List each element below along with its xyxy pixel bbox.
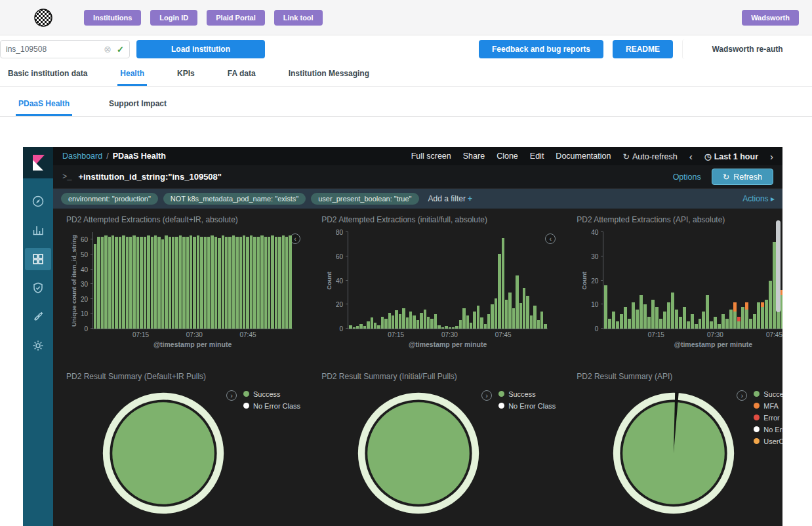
breadcrumb-dashboard-link[interactable]: Dashboard — [62, 152, 102, 161]
bar — [484, 232, 487, 329]
query-bar: >_ +institution_id_string:"ins_109508" O… — [53, 165, 782, 189]
dev-tools-icon[interactable] — [25, 306, 51, 328]
tab-institution-messaging[interactable]: Institution Messaging — [286, 63, 372, 86]
refresh-button[interactable]: ↻Refresh — [712, 169, 773, 185]
auto-refresh-button[interactable]: ↻Auto-refresh — [622, 152, 677, 161]
filter-pill-pod-name[interactable]: NOT k8s_metadata_pod_name: "exists" — [163, 193, 306, 205]
bar — [430, 232, 433, 329]
subtab-support-impact[interactable]: Support Impact — [106, 93, 169, 116]
bar — [733, 232, 737, 329]
management-gear-icon[interactable] — [25, 334, 51, 357]
bar — [695, 232, 698, 329]
readme-button[interactable]: README — [613, 40, 673, 58]
bar — [129, 232, 132, 329]
legend-item[interactable]: No Error Class — [498, 402, 556, 410]
share-menu-item[interactable]: Share — [463, 152, 485, 161]
bar — [749, 232, 752, 329]
monitoring-shield-icon[interactable] — [25, 277, 51, 299]
bar — [434, 232, 437, 329]
visualize-icon[interactable] — [25, 219, 51, 241]
tab-fa-data[interactable]: FA data — [225, 63, 258, 86]
bar — [115, 232, 117, 329]
bar — [706, 232, 709, 329]
legend-toggle-icon[interactable]: › — [737, 390, 747, 401]
institution-id-input[interactable] — [6, 45, 104, 54]
login-id-button[interactable]: Login ID — [150, 10, 197, 26]
fullscreen-menu-item[interactable]: Full screen — [411, 152, 451, 161]
bar — [651, 232, 655, 329]
bar — [200, 232, 203, 329]
legend-toggle-icon[interactable]: › — [481, 390, 492, 401]
bar — [632, 232, 635, 329]
bar — [356, 232, 359, 329]
bar — [675, 232, 678, 329]
y-axis-ticks: 020406080 — [322, 232, 348, 329]
tab-basic-institution-data[interactable]: Basic institution data — [5, 63, 90, 86]
clear-input-icon[interactable]: ⊗ — [104, 44, 112, 54]
feedback-button[interactable]: Feedback and bug reports — [479, 40, 603, 58]
y-axis-ticks: 010203040 — [577, 232, 603, 329]
dashboard-scrollbar-thumb[interactable] — [776, 220, 781, 312]
bar — [516, 232, 518, 329]
bar — [161, 232, 164, 329]
add-filter-button[interactable]: Add a filter+ — [428, 194, 472, 203]
edit-menu-item[interactable]: Edit — [530, 152, 544, 161]
bar — [104, 232, 107, 329]
filter-pill-environment[interactable]: environment: "production" — [61, 193, 158, 205]
clone-menu-item[interactable]: Clone — [497, 152, 518, 161]
bar — [477, 232, 479, 329]
bar — [480, 232, 483, 329]
actions-menu[interactable]: Actions ▸ — [742, 194, 775, 203]
subtab-pdaas-health[interactable]: PDaaS Health — [16, 93, 72, 116]
query-input[interactable]: +institution_id_string:"ins_109508" — [78, 172, 672, 182]
time-range-picker[interactable]: ◷Last 1 hour — [704, 152, 758, 161]
bar — [427, 232, 430, 329]
legend-item[interactable]: Success — [754, 390, 782, 398]
bar — [197, 232, 199, 329]
tab-kpis[interactable]: KPIs — [174, 63, 197, 86]
app-logo-icon — [33, 7, 54, 28]
bar — [781, 232, 782, 329]
tab-health[interactable]: Health — [117, 63, 147, 86]
institution-input-wrap: ⊗ ✓ — [0, 40, 130, 58]
bar — [604, 232, 607, 329]
filter-pill-user-present[interactable]: user_present_boolean: "true" — [311, 193, 418, 205]
bar — [718, 232, 721, 329]
legend-label: Success — [508, 390, 536, 398]
legend-item[interactable]: Error — [754, 414, 782, 422]
query-options-link[interactable]: Options — [673, 172, 701, 182]
bar — [222, 232, 224, 329]
documentation-menu-item[interactable]: Documentation — [556, 152, 611, 161]
bar — [151, 232, 153, 329]
bar — [395, 232, 397, 329]
bar — [620, 232, 623, 329]
institutions-button[interactable]: Institutions — [84, 10, 141, 26]
bar — [647, 232, 651, 329]
legend-color-dot — [243, 403, 249, 409]
bar — [349, 232, 352, 329]
bar — [628, 232, 631, 329]
kibana-logo-icon[interactable] — [23, 147, 53, 178]
load-institution-button[interactable]: Load institution — [136, 40, 265, 58]
legend-item[interactable]: UserCredentialsError — [754, 437, 782, 445]
plaid-portal-button[interactable]: Plaid Portal — [207, 10, 265, 26]
bar — [175, 232, 178, 329]
legend-item[interactable]: MFA — [754, 402, 782, 410]
time-back-chevron[interactable]: ‹ — [689, 151, 693, 162]
time-forward-chevron[interactable]: › — [770, 151, 773, 162]
dashboard-icon[interactable] — [25, 248, 51, 270]
link-tool-button[interactable]: Link tool — [274, 10, 323, 26]
wadsworth-button[interactable]: Wadsworth — [742, 10, 799, 26]
legend-item[interactable]: Success — [498, 390, 556, 398]
bar — [459, 232, 462, 329]
wadsworth-reauth-button[interactable]: Wadsworth re-auth — [682, 39, 812, 59]
bar — [420, 232, 422, 329]
discover-icon[interactable] — [25, 190, 51, 212]
legend-item[interactable]: No Error Class — [754, 426, 782, 434]
bar — [462, 232, 465, 329]
legend-toggle-icon[interactable]: › — [226, 390, 237, 401]
bar — [377, 232, 380, 329]
bar — [765, 232, 768, 329]
legend-item[interactable]: Success — [243, 390, 300, 398]
legend-item[interactable]: No Error Class — [243, 402, 300, 410]
